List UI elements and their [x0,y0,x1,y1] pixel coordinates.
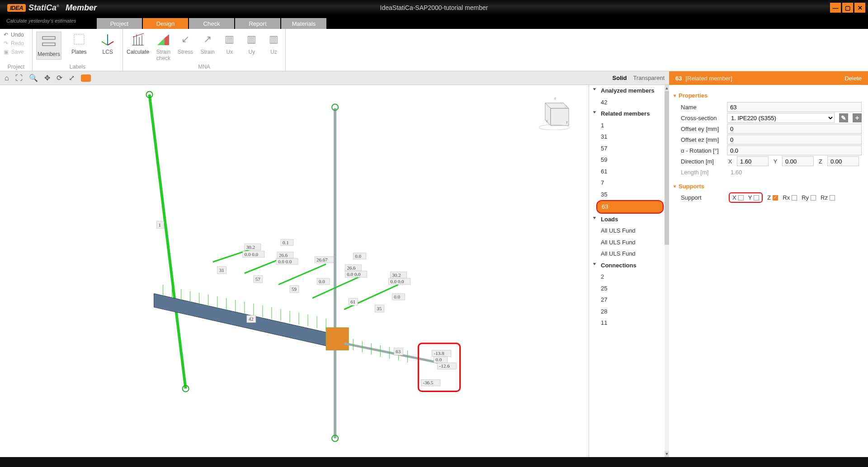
svg-line-28 [344,285,398,309]
tree-item-selected[interactable]: 63 [597,201,663,213]
scroll-down-icon[interactable]: ▼ [665,451,669,457]
svg-line-18 [150,94,186,388]
strain-button[interactable]: ↗Strain [200,32,216,61]
stress-button[interactable]: ↙Stress [178,32,193,61]
minimize-button[interactable]: — [830,3,841,13]
tab-check[interactable]: Check [189,18,234,29]
tree-analyzed-members[interactable]: Analyzed members [589,85,669,97]
tree-item[interactable]: 61 [589,166,669,177]
plates-toggle[interactable]: Plates [68,32,90,60]
tree-related-members[interactable]: Related members [589,108,669,120]
tree-item[interactable]: 1 [589,120,669,131]
model-tree[interactable]: Analyzed members 42 Related members 1 31… [589,85,669,457]
tree-item[interactable]: 31 [589,131,669,143]
svg-marker-14 [165,34,169,45]
tab-materials[interactable]: Materials [281,18,326,29]
support-rz[interactable]: Rz [821,194,835,201]
tree-item[interactable]: 42 [589,97,669,108]
tree-item[interactable]: 59 [589,154,669,166]
zoom-button[interactable]: 🔍 [29,74,38,82]
solid-toggle[interactable]: Solid [613,75,627,81]
view-cube[interactable]: xyz [536,94,572,130]
rotate-button[interactable]: ⟳ [57,74,62,82]
scroll-up-icon[interactable]: ▲ [665,85,669,91]
calculate-icon [130,32,146,47]
svg-text:y: y [566,120,568,124]
dir-x-input[interactable] [737,156,769,166]
uy-button[interactable]: ▥Uy [244,32,259,61]
tree-item[interactable]: All ULS Fund [589,225,669,237]
tree-scrollbar[interactable]: ▲ ▼ [665,85,669,457]
offset-ez-input[interactable] [727,135,862,145]
work-area: 1 31 57 59 61 35 42 63 30.2 0.1 26.6 26.… [0,85,868,457]
app-logo: IDEA StatiCa® Member [7,3,97,13]
support-z[interactable]: Z [767,194,778,201]
edit-section-button[interactable]: ✎ [839,113,848,122]
close-button[interactable]: ✕ [854,3,865,13]
window-buttons: — ▢ ✕ [830,3,868,13]
svg-text:31: 31 [219,267,224,273]
transparent-toggle[interactable]: Transparent [633,75,665,81]
svg-text:0.1: 0.1 [283,240,289,245]
tree-item[interactable]: All ULS Fund [589,248,669,260]
tree-item[interactable]: 2 [589,271,669,283]
lcs-toggle[interactable]: LCS [97,32,119,60]
redo-icon: ↷ [4,40,8,47]
tab-report[interactable]: Report [235,18,280,29]
tree-item[interactable]: 11 [589,317,669,329]
tab-design[interactable]: Design [143,18,188,29]
delete-button[interactable]: Delete [844,75,862,82]
section-supports[interactable]: Supports [674,183,862,190]
svg-text:30.2: 30.2 [246,244,255,250]
tree-item[interactable]: 27 [589,294,669,306]
undo-button[interactable]: ↶Undo [4,32,28,38]
save-icon: ▣ [4,49,9,55]
uz-button[interactable]: ▥Uz [266,32,282,61]
property-panel: Properties Name Cross-section 1. IPE220 … [669,85,868,457]
calculate-button[interactable]: Calculate [127,32,149,61]
status-bar [0,457,868,467]
dir-y-input[interactable] [782,156,814,166]
zoom-extents-button[interactable]: ⛶ [15,74,23,82]
add-section-button[interactable]: ＋ [853,113,862,122]
tab-project[interactable]: Project [97,18,142,29]
module-name: Member [66,3,97,13]
cross-section-select[interactable]: 1. IPE220 (S355) [727,113,835,123]
home-view-button[interactable]: ⌂ [5,74,9,82]
tree-item[interactable]: 57 [589,143,669,154]
support-y[interactable]: Y [748,194,760,201]
svg-text:35: 35 [377,306,382,311]
viewport-3d[interactable]: 1 31 57 59 61 35 42 63 30.2 0.1 26.6 26.… [0,85,589,457]
svg-text:42: 42 [249,316,254,322]
redo-button[interactable]: ↷Redo [4,40,28,47]
svg-text:59: 59 [292,286,297,292]
tree-item[interactable]: 7 [589,177,669,189]
group-caption-project: Project [4,62,28,70]
name-input[interactable] [727,102,862,112]
maximize-button[interactable]: ▢ [842,3,853,13]
deform-toggle[interactable] [81,75,91,82]
save-button[interactable]: ▣Save [4,49,28,55]
svg-text:0.0: 0.0 [435,357,442,362]
scroll-thumb[interactable] [665,91,669,245]
tree-connections[interactable]: Connections [589,260,669,271]
support-ry[interactable]: Ry [802,194,816,201]
tree-item[interactable]: 25 [589,283,669,294]
uz-icon: ▥ [266,32,282,47]
members-toggle[interactable]: Members [36,32,61,60]
pan-button[interactable]: ✥ [44,74,50,82]
ux-button[interactable]: ▥Ux [222,32,238,61]
dir-z-input[interactable] [827,156,859,166]
tree-loads[interactable]: Loads [589,214,669,225]
fullscreen-button[interactable]: ⤢ [69,74,75,82]
tree-item[interactable]: All ULS Fund [589,237,669,248]
section-properties[interactable]: Properties [674,92,862,99]
strain-check-button[interactable]: Strain check [156,32,171,61]
support-rx[interactable]: Rx [783,194,797,201]
support-x[interactable]: X [732,194,744,201]
rotation-input[interactable] [727,145,862,155]
property-header: 63 [Related member] Delete [669,71,868,85]
tree-item[interactable]: 28 [589,306,669,318]
tree-item[interactable]: 35 [589,189,669,201]
offset-ey-input[interactable] [727,124,862,134]
